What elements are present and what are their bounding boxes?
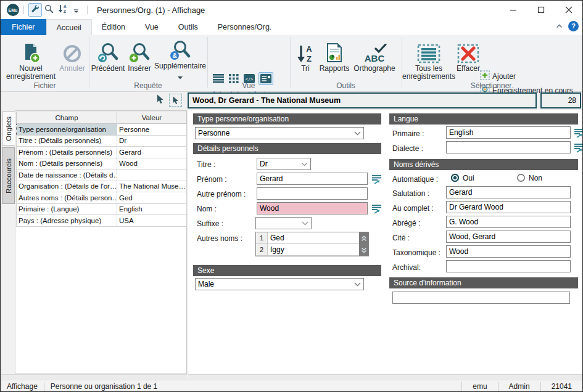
- column-header-valeur[interactable]: Valeur: [117, 112, 187, 124]
- tab-vue[interactable]: Vue: [135, 19, 168, 35]
- nom-field[interactable]: [257, 202, 368, 214]
- sort-tool-button[interactable]: AZ Tri: [295, 36, 316, 82]
- summary-table: Champ Valeur Type personne/organisationP…: [16, 112, 187, 227]
- table-row[interactable]: Organisation : (Détails de l'or…The Nati…: [17, 181, 187, 192]
- cancel-button[interactable]: Annuler: [57, 36, 87, 82]
- summary-panel: Champ Valeur Type personne/organisationP…: [15, 110, 187, 374]
- previous-query-button[interactable]: Précédent: [91, 36, 125, 82]
- insert-query-icon: [128, 36, 151, 63]
- sort-button[interactable]: AZ: [56, 3, 69, 17]
- svg-text:A: A: [306, 44, 312, 54]
- table-row[interactable]: Primaire : (Langue)English: [17, 203, 187, 215]
- add-to-selection-button[interactable]: Ajouter: [480, 71, 573, 81]
- tab-edition[interactable]: Édition: [92, 19, 135, 35]
- radio-unselected-icon: [516, 173, 526, 182]
- autres-noms-grid[interactable]: 1 Ged 2 Iggy: [255, 232, 369, 256]
- prenom-lookup-icon[interactable]: [371, 174, 382, 184]
- cursor-icon[interactable]: [155, 94, 165, 107]
- abrege-field[interactable]: [446, 216, 571, 228]
- suffixe-dropdown[interactable]: [255, 217, 312, 229]
- new-record-icon: [20, 36, 41, 63]
- cite-field[interactable]: [446, 231, 571, 243]
- table-row[interactable]: Autres noms : (Détails person…Ged: [17, 192, 187, 204]
- search-icon: [44, 4, 54, 16]
- au-complet-label: Au complet :: [392, 204, 434, 213]
- panel-bottom-edge: [1, 374, 187, 379]
- previous-query-icon: [97, 36, 119, 63]
- collapse-ribbon-button[interactable]: [555, 20, 563, 31]
- status-bar: Affichage Personne ou organisation 1 de …: [1, 380, 582, 392]
- quick-access-menu-button[interactable]: [69, 3, 83, 17]
- salutation-label: Salutation :: [392, 189, 429, 198]
- section-header-sexe: Sexe: [193, 265, 381, 276]
- side-tab-onglets[interactable]: Onglets: [2, 112, 15, 145]
- autres-noms-row[interactable]: 2 Iggy: [256, 244, 368, 256]
- additional-query-icon: &: [169, 36, 191, 61]
- table-row[interactable]: Titre : (Détails personnels)Dr: [17, 135, 187, 147]
- spellcheck-icon: ABC: [361, 36, 388, 63]
- status-right: emu Admin 21041: [461, 380, 582, 392]
- dialecte-field[interactable]: [446, 141, 571, 153]
- primaire-field[interactable]: [446, 126, 571, 139]
- select-mode-cursor-icon[interactable]: [169, 94, 182, 107]
- side-tab-raccourcis[interactable]: Raccourcis: [2, 147, 15, 204]
- nom-lookup-icon[interactable]: [371, 203, 382, 214]
- primaire-lookup-icon[interactable]: [574, 128, 583, 138]
- table-row[interactable]: Pays : (Adresse physique)USA: [17, 215, 187, 227]
- spellcheck-button[interactable]: ABC Orthographe: [352, 36, 397, 82]
- section-header-langue: Langue: [389, 113, 578, 125]
- additional-query-dropdown-icon: [178, 71, 183, 82]
- autres-noms-row[interactable]: 1 Ged: [256, 232, 368, 244]
- table-row[interactable]: Nom : (Détails personnels)Wood: [17, 158, 187, 169]
- edit-tools-button[interactable]: [28, 3, 42, 17]
- search-button[interactable]: [42, 3, 56, 17]
- group-separator: [89, 37, 89, 88]
- ribbon-right-controls: ?: [555, 20, 579, 31]
- section-header-noms-derives: Noms dérivés: [389, 159, 578, 170]
- taxonomique-label: Taxonomique :: [392, 248, 440, 257]
- insert-query-button[interactable]: Insérer: [125, 36, 154, 82]
- select-all-records-button[interactable]: Tous les enregistrements: [403, 36, 455, 82]
- automatique-non-radio[interactable]: Non: [516, 173, 542, 182]
- clear-selection-button[interactable]: Effacer: [455, 36, 482, 82]
- close-button[interactable]: [555, 1, 582, 19]
- autre-prenom-label: Autre prénom :: [197, 190, 246, 198]
- new-record-button[interactable]: Nouvel enregistrement: [3, 36, 59, 82]
- additional-query-button[interactable]: & Supplémentaire: [152, 36, 208, 82]
- table-row[interactable]: Date de naissance : (Détails d…: [17, 169, 187, 181]
- table-row[interactable]: Prénom : (Détails personnels)Gerard: [17, 147, 187, 158]
- au-complet-field[interactable]: [446, 201, 571, 213]
- minimize-button[interactable]: [499, 1, 527, 19]
- column-header-champ[interactable]: Champ: [17, 112, 117, 124]
- titre-dropdown[interactable]: Dr: [257, 158, 311, 170]
- section-header-type: Type personne/organisation: [193, 113, 381, 125]
- salutation-field[interactable]: [446, 186, 571, 198]
- tab-personnes-org[interactable]: Personnes/Org.: [208, 19, 282, 35]
- tab-fichier[interactable]: Fichier: [1, 19, 46, 35]
- maximize-button[interactable]: [527, 1, 555, 19]
- primaire-label: Primaire :: [392, 129, 424, 138]
- table-row[interactable]: Type personne/organisationPersonne: [17, 124, 187, 136]
- app-window: EMu AZ Personnes/Org. (1) - Affichage: [0, 0, 583, 392]
- sexe-dropdown[interactable]: Male: [195, 278, 364, 290]
- scroll-up-button[interactable]: [359, 232, 368, 244]
- add-to-selection-icon: [480, 70, 490, 83]
- reports-button[interactable]: Rapports: [317, 36, 352, 82]
- radio-selected-icon: [450, 173, 460, 182]
- scroll-down-button[interactable]: [359, 244, 368, 256]
- dialecte-lookup-icon[interactable]: [574, 142, 583, 153]
- type-personne-dropdown[interactable]: Personne: [195, 127, 364, 139]
- tab-accueil[interactable]: Accueil: [46, 19, 92, 35]
- chevron-down-icon: [301, 162, 308, 166]
- prenom-label: Prénom :: [197, 175, 227, 184]
- autre-prenom-field[interactable]: [257, 187, 368, 200]
- help-button[interactable]: ?: [568, 21, 579, 31]
- prenom-field[interactable]: [257, 173, 368, 185]
- taxonomique-field[interactable]: [446, 245, 571, 258]
- source-field[interactable]: [392, 292, 570, 304]
- tab-outils[interactable]: Outils: [168, 19, 208, 35]
- archival-field[interactable]: [446, 260, 571, 272]
- automatique-oui-radio[interactable]: Oui: [450, 173, 474, 182]
- select-all-records-icon: [417, 36, 440, 63]
- window-controls: [499, 1, 582, 19]
